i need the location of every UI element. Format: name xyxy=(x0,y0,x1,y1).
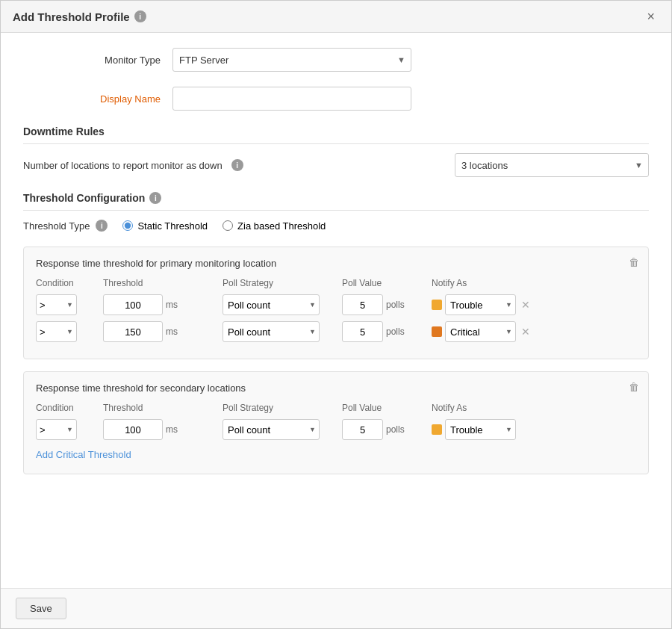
primary-row2-notify-select[interactable]: Trouble Critical Down Warning xyxy=(445,321,516,342)
modal-title: Add Threshold Profile i xyxy=(13,10,146,23)
display-name-label: Display Name xyxy=(23,93,172,105)
primary-row1-condition-rel: > < >= <= ▼ xyxy=(36,294,73,315)
locations-select[interactable]: 1 location 2 locations 3 locations 4 loc… xyxy=(455,153,649,177)
secondary-block-title: Response time threshold for secondary lo… xyxy=(36,382,636,394)
downtime-rules-section: Downtime Rules Number of locations to re… xyxy=(23,126,649,177)
secondary-row1-notify-select[interactable]: Trouble Critical Down Warning xyxy=(445,419,516,440)
secondary-row1-condition-rel: > < >= <= ▼ xyxy=(36,419,73,440)
display-name-row: Display Name FTP Server Threshold xyxy=(23,87,649,111)
threshold-header: Threshold xyxy=(103,278,223,288)
secondary-row1-condition-select[interactable]: > < >= <= xyxy=(36,419,77,440)
primary-row2-poll-value-input[interactable] xyxy=(342,321,383,342)
threshold-config-info-icon[interactable]: i xyxy=(149,192,161,204)
save-button[interactable]: Save xyxy=(16,598,66,619)
monitor-type-select-wrapper: FTP Server ▼ xyxy=(172,48,411,72)
primary-column-headers: Condition Threshold Poll Strategy Poll V… xyxy=(36,278,636,288)
secondary-row1-poll-unit: polls xyxy=(386,424,405,435)
poll-value-header: Poll Value xyxy=(342,278,432,288)
primary-row2-condition-rel: > < >= <= ▼ xyxy=(36,321,73,342)
secondary-notify-as-header: Notify As xyxy=(432,403,551,413)
primary-row2-poll-value-wrap: polls xyxy=(342,321,432,342)
primary-row-2: > < >= <= ▼ ms xyxy=(36,321,636,342)
secondary-row1-threshold-wrap: ms xyxy=(103,419,223,440)
secondary-threshold-block: Response time threshold for secondary lo… xyxy=(23,371,649,474)
primary-row1-poll-strategy-rel: Poll count Poll duration ▼ xyxy=(223,294,316,315)
secondary-poll-value-header: Poll Value xyxy=(342,403,432,413)
secondary-row1-unit: ms xyxy=(166,424,178,435)
primary-row1-remove-button[interactable]: ✕ xyxy=(518,299,533,311)
secondary-column-headers: Condition Threshold Poll Strategy Poll V… xyxy=(36,403,636,413)
secondary-row1-poll-strategy-rel: Poll count Poll duration ▼ xyxy=(223,419,316,440)
primary-row1-threshold-wrap: ms xyxy=(103,294,223,315)
downtime-rules-title: Downtime Rules xyxy=(23,126,649,144)
primary-block-delete-icon[interactable]: 🗑 xyxy=(629,256,639,268)
primary-row1-poll-value-input[interactable] xyxy=(342,294,383,315)
primary-row2-poll-strategy-select[interactable]: Poll count Poll duration xyxy=(223,321,320,342)
modal-container: Add Threshold Profile i × Monitor Type F… xyxy=(0,0,672,629)
primary-row2-notify-rel: Trouble Critical Down Warning ▼ xyxy=(445,321,512,342)
secondary-row1-condition-wrap: > < >= <= ▼ xyxy=(36,419,103,440)
primary-row2-threshold-input[interactable] xyxy=(103,321,163,342)
primary-row1-notify-badge xyxy=(432,300,442,310)
secondary-row-1: > < >= <= ▼ ms xyxy=(36,419,636,440)
primary-threshold-block: Response time threshold for primary moni… xyxy=(23,247,649,359)
primary-row2-remove-button[interactable]: ✕ xyxy=(518,326,533,338)
locations-info-icon[interactable]: i xyxy=(231,159,243,171)
primary-row2-notify-wrap: Trouble Critical Down Warning ▼ ✕ xyxy=(432,321,533,342)
primary-row2-poll-strategy-rel: Poll count Poll duration ▼ xyxy=(223,321,316,342)
primary-row2-unit: ms xyxy=(166,326,178,337)
zia-threshold-radio[interactable] xyxy=(223,220,233,231)
threshold-type-label: Threshold Type i xyxy=(23,220,108,232)
secondary-row1-notify-wrap: Trouble Critical Down Warning ▼ xyxy=(432,419,512,440)
threshold-config-title: Threshold Configuration i xyxy=(23,192,649,211)
secondary-row1-poll-value-input[interactable] xyxy=(342,419,383,440)
secondary-row1-poll-strategy-wrap: Poll count Poll duration ▼ xyxy=(223,419,342,440)
static-threshold-label: Static Threshold xyxy=(137,220,208,232)
secondary-condition-header: Condition xyxy=(36,403,103,413)
primary-row2-poll-strategy-wrap: Poll count Poll duration ▼ xyxy=(223,321,342,342)
primary-row2-notify-badge xyxy=(432,326,442,337)
monitor-type-select[interactable]: FTP Server xyxy=(172,48,411,72)
secondary-row1-notify-badge xyxy=(432,424,442,435)
threshold-type-row: Threshold Type i Static Threshold Zia ba… xyxy=(23,220,649,232)
primary-row1-threshold-input[interactable] xyxy=(103,294,163,315)
primary-row2-poll-unit: polls xyxy=(386,326,405,337)
primary-row2-condition-wrap: > < >= <= ▼ xyxy=(36,321,103,342)
primary-row1-notify-wrap: Trouble Critical Down Warning ▼ ✕ xyxy=(432,294,533,315)
monitor-type-row: Monitor Type FTP Server ▼ xyxy=(23,48,649,72)
modal-title-text: Add Threshold Profile xyxy=(13,10,130,23)
primary-row1-condition-select[interactable]: > < >= <= xyxy=(36,294,77,315)
zia-threshold-label: Zia based Threshold xyxy=(237,220,326,232)
secondary-threshold-header: Threshold xyxy=(103,403,223,413)
primary-row2-threshold-wrap: ms xyxy=(103,321,223,342)
modal-header: Add Threshold Profile i × xyxy=(1,1,671,33)
secondary-block-delete-icon[interactable]: 🗑 xyxy=(629,381,639,393)
threshold-type-info-icon[interactable]: i xyxy=(96,220,108,232)
add-critical-threshold-button[interactable]: Add Critical Threshold xyxy=(36,446,131,463)
primary-row2-condition-select[interactable]: > < >= <= xyxy=(36,321,77,342)
primary-row1-unit: ms xyxy=(166,300,178,310)
locations-label: Number of locations to report monitor as… xyxy=(23,160,223,171)
notify-as-header: Notify As xyxy=(432,278,551,288)
locations-row: Number of locations to report monitor as… xyxy=(23,153,649,177)
static-threshold-radio[interactable] xyxy=(122,220,133,231)
secondary-row1-poll-strategy-select[interactable]: Poll count Poll duration xyxy=(223,419,320,440)
title-info-icon[interactable]: i xyxy=(134,10,146,22)
primary-row1-condition-wrap: > < >= <= ▼ xyxy=(36,294,103,315)
primary-row1-poll-strategy-select[interactable]: Poll count Poll duration xyxy=(223,294,320,315)
secondary-row1-threshold-input[interactable] xyxy=(103,419,163,440)
primary-row1-notify-rel: Trouble Critical Down Warning ▼ xyxy=(445,294,512,315)
modal-footer: Save xyxy=(1,588,671,628)
secondary-row1-notify-rel: Trouble Critical Down Warning ▼ xyxy=(445,419,512,440)
display-name-input[interactable]: FTP Server Threshold xyxy=(172,87,411,111)
threshold-config-section: Threshold Configuration i Threshold Type… xyxy=(23,192,649,474)
secondary-row1-poll-value-wrap: polls xyxy=(342,419,432,440)
modal-body: Monitor Type FTP Server ▼ Display Name F… xyxy=(1,33,671,588)
primary-row1-notify-select[interactable]: Trouble Critical Down Warning xyxy=(445,294,516,315)
close-button[interactable]: × xyxy=(642,8,659,25)
static-threshold-option[interactable]: Static Threshold xyxy=(122,220,208,232)
zia-threshold-option[interactable]: Zia based Threshold xyxy=(223,220,326,232)
primary-row1-poll-unit: polls xyxy=(386,300,405,310)
primary-row1-poll-value-wrap: polls xyxy=(342,294,432,315)
secondary-poll-strategy-header: Poll Strategy xyxy=(223,403,342,413)
